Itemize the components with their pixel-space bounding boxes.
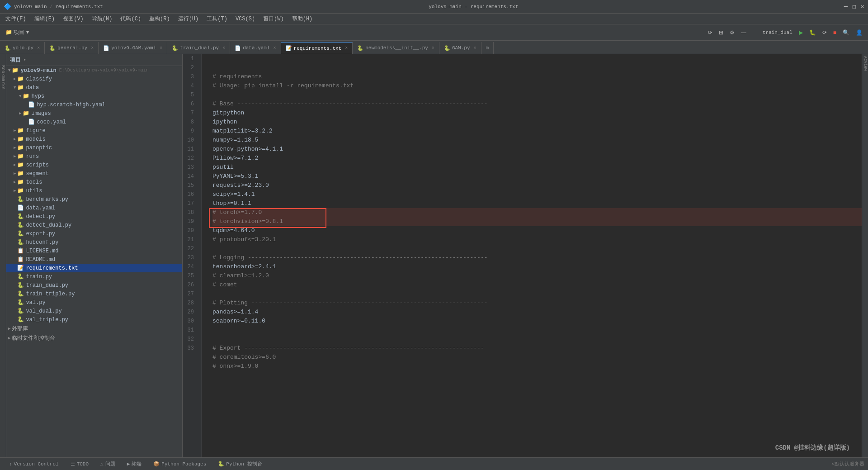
sidebar-item-benchmarks-py[interactable]: ▶🐍benchmarks.py bbox=[6, 195, 182, 204]
bottom-tab-label-python-packages: Python Packages bbox=[161, 461, 206, 467]
tab-yolo[interactable]: 🐍yolo.py× bbox=[0, 42, 45, 54]
sidebar-item-coco-yaml[interactable]: ▶📄coco.yaml bbox=[6, 118, 182, 126]
tab-gam[interactable]: 🐍GAM.py× bbox=[439, 42, 481, 54]
tab-label-more: m bbox=[486, 45, 489, 51]
sidebar-item-detect-dual-py[interactable]: ▶🐍detect_dual.py bbox=[6, 221, 182, 229]
tab-yolov9gam[interactable]: 📄yolov9-GAM.yaml× bbox=[99, 42, 167, 54]
menu-item-帮助h[interactable]: 帮助(H) bbox=[288, 14, 316, 24]
breadcrumb-file[interactable]: requirements.txt bbox=[55, 4, 103, 9]
sidebar: 项目 ▾ ▼📁yolov9-mainE:\Desktop\new-yolov9\… bbox=[6, 54, 183, 457]
sidebar-item-scripts[interactable]: ▶📁scripts bbox=[6, 161, 182, 169]
bottom-tab-vc[interactable]: ↑Version Control bbox=[4, 460, 64, 469]
debug-btn[interactable]: 🐛 bbox=[807, 28, 818, 37]
sidebar-item-models[interactable]: ▶📁models bbox=[6, 135, 182, 143]
sidebar-item-figure[interactable]: ▶📁figure bbox=[6, 126, 182, 135]
sidebar-item-runs[interactable]: ▶📁runs bbox=[6, 152, 182, 161]
menu-item-窗口w[interactable]: 窗口(W) bbox=[259, 14, 288, 24]
menu-item-视图v[interactable]: 视图(V) bbox=[59, 14, 87, 24]
sidebar-item-export-py[interactable]: ▶🐍export.py bbox=[6, 229, 182, 238]
sidebar-item-data[interactable]: ▼📁data bbox=[6, 83, 182, 92]
settings-btn[interactable]: ⚙ bbox=[728, 28, 736, 37]
maximize-button[interactable]: ❐ bbox=[852, 3, 856, 10]
breadcrumb-root[interactable]: yolov9-main bbox=[14, 4, 47, 9]
project-dropdown[interactable]: 📁 项目 ▾ bbox=[4, 28, 31, 37]
line-number-1: 1 bbox=[183, 54, 198, 63]
sync-btn[interactable]: ⟳ bbox=[706, 28, 714, 37]
menu-item-导航n[interactable]: 导航(N) bbox=[88, 14, 116, 24]
menu-item-代码c[interactable]: 代码(C) bbox=[117, 14, 145, 24]
sidebar-item-data-yaml[interactable]: ▶📄data.yaml bbox=[6, 204, 182, 212]
window-controls[interactable]: — ❐ ✕ bbox=[844, 3, 864, 10]
run2-btn[interactable]: ⟳ bbox=[821, 28, 829, 37]
tab-close-yolov9gam[interactable]: × bbox=[160, 46, 162, 51]
tab-close-newmodels[interactable]: × bbox=[432, 46, 434, 51]
search-btn[interactable]: 🔍 bbox=[841, 28, 851, 37]
sidebar-item---------[interactable]: ▶临时文件和控制台 bbox=[6, 333, 182, 343]
sidebar-item-tools[interactable]: ▶📁tools bbox=[6, 178, 182, 186]
bottom-tab-terminal[interactable]: ▶终端 bbox=[122, 459, 147, 469]
sidebar-item-hyps[interactable]: ▼📁hyps bbox=[6, 92, 182, 100]
menu-item-工具t[interactable]: 工具(T) bbox=[203, 14, 231, 24]
menu-item-重构r[interactable]: 重构(R) bbox=[146, 14, 174, 24]
bottom-tab-todo[interactable]: ☰TODO bbox=[65, 459, 94, 469]
tab-close-gam[interactable]: × bbox=[473, 46, 476, 51]
menu-item-vcss[interactable]: VCS(S) bbox=[232, 15, 259, 23]
sidebar-item-detect-py[interactable]: ▶🐍detect.py bbox=[6, 212, 182, 221]
tab-requirements[interactable]: 📝requirements.txt× bbox=[281, 42, 353, 54]
tab-close-datayaml[interactable]: × bbox=[274, 46, 276, 51]
code-line-22: tensorboard>=2.4.1 bbox=[212, 262, 862, 271]
line-number-18: 18 bbox=[183, 208, 198, 217]
sidebar-item-hyp-scratch-high-yaml[interactable]: ▶📄hyp.scratch-high.yaml bbox=[6, 100, 182, 109]
sidebar-item-segment[interactable]: ▶📁segment bbox=[6, 169, 182, 178]
sidebar-item----[interactable]: ▶外部库 bbox=[6, 324, 182, 333]
bottom-tab-icon-terminal: ▶ bbox=[127, 461, 130, 467]
sidebar-item-panoptic[interactable]: ▶📁panoptic bbox=[6, 143, 182, 152]
bottom-tab-label-vc: Version Control bbox=[14, 461, 59, 467]
editor-content[interactable]: 1234567891011121314151617181920212223242… bbox=[183, 54, 862, 457]
close-button[interactable]: ✕ bbox=[861, 3, 864, 10]
menu-item-运行u[interactable]: 运行(U) bbox=[175, 14, 203, 24]
line-number-17: 17 bbox=[183, 199, 198, 208]
sidebar-item-readme-md[interactable]: ▶📋README.md bbox=[6, 255, 182, 264]
code-content[interactable]: # requirements# Usage: pip install -r re… bbox=[202, 54, 862, 457]
bottom-tab-python-console[interactable]: 🐍Python 控制台 bbox=[212, 459, 267, 469]
sidebar-item-images[interactable]: ▶📁images bbox=[6, 109, 182, 118]
sidebar-root[interactable]: ▼📁yolov9-mainE:\Desktop\new-yolov9\yolov… bbox=[6, 66, 182, 75]
sidebar-item-train-dual-py[interactable]: ▶🐍train_dual.py bbox=[6, 281, 182, 290]
line-number-19: 19 bbox=[183, 217, 198, 226]
sidebar-item-hubconf-py[interactable]: ▶🐍hubconf.py bbox=[6, 238, 182, 247]
code-line-24: # comet bbox=[212, 280, 862, 290]
stop-btn[interactable]: ■ bbox=[831, 28, 838, 37]
sidebar-item-val-triple-py[interactable]: ▶🐍val_triple.py bbox=[6, 315, 182, 324]
config-label: train_dual bbox=[763, 30, 793, 35]
tab-newmodels[interactable]: 🐍newmodels\__init__.py× bbox=[353, 42, 439, 54]
menu-item-编辑e[interactable]: 编辑(E) bbox=[31, 14, 59, 24]
bottom-tab-problems[interactable]: ⚠问题 bbox=[95, 459, 121, 469]
tab-close-yolo[interactable]: × bbox=[37, 46, 40, 51]
sidebar-item-requirements-txt[interactable]: ▶📝requirements.txt bbox=[6, 264, 182, 272]
bottom-panel: ↑Version Control☰TODO⚠问题▶终端📦Python Packa… bbox=[0, 457, 868, 470]
minimize-button[interactable]: — bbox=[844, 3, 848, 10]
user-btn[interactable]: 👤 bbox=[854, 28, 864, 37]
tab-general[interactable]: 🐍general.py× bbox=[45, 42, 99, 54]
tab-more[interactable]: m bbox=[481, 42, 494, 54]
layout-btn[interactable]: ⊞ bbox=[717, 28, 725, 37]
run-btn[interactable]: ▶ bbox=[797, 28, 805, 37]
bottom-tab-python-packages[interactable]: 📦Python Packages bbox=[148, 459, 212, 469]
tab-datayaml[interactable]: 📄data.yaml× bbox=[230, 42, 281, 54]
tab-traindual[interactable]: 🐍train_dual.py× bbox=[167, 42, 230, 54]
sidebar-item-license-md[interactable]: ▶📋LICENSE.md bbox=[6, 247, 182, 255]
sidebar-item-classify[interactable]: ▶📁classify bbox=[6, 75, 182, 83]
tab-close-requirements[interactable]: × bbox=[345, 46, 348, 51]
line-number-8: 8 bbox=[183, 118, 198, 127]
sidebar-item-utils[interactable]: ▶📁utils bbox=[6, 186, 182, 195]
tab-close-traindual[interactable]: × bbox=[222, 46, 225, 51]
sidebar-dropdown-icon[interactable]: ▾ bbox=[24, 57, 26, 62]
tab-close-general[interactable]: × bbox=[91, 46, 94, 51]
sidebar-item-train-py[interactable]: ▶🐍train.py bbox=[6, 272, 182, 281]
sidebar-item-val-py[interactable]: ▶🐍val.py bbox=[6, 298, 182, 307]
menu-item-文件f[interactable]: 文件(F) bbox=[2, 14, 30, 24]
sidebar-item-val-dual-py[interactable]: ▶🐍val_dual.py bbox=[6, 307, 182, 315]
sidebar-item-train-triple-py[interactable]: ▶🐍train_triple.py bbox=[6, 290, 182, 298]
collapse-btn[interactable]: — bbox=[739, 28, 748, 37]
